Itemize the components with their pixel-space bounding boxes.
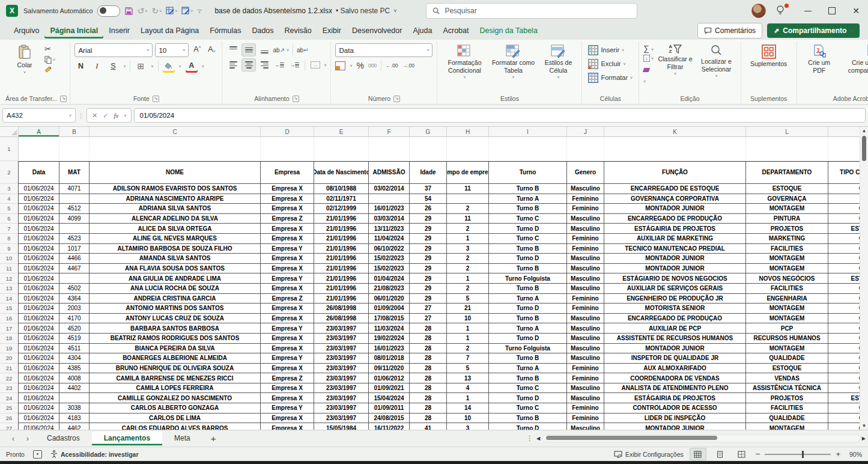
cell-K26[interactable]: LIDER DE INSPEÇÃO	[604, 414, 746, 424]
cell-G10[interactable]: 29	[410, 254, 447, 264]
cell-A1[interactable]	[19, 137, 59, 161]
cell-C16[interactable]: ANTONY LUCAS CRUZ DE SOUZA	[90, 314, 261, 324]
cell-G18[interactable]: 28	[410, 334, 447, 344]
macro-record-icon[interactable]: ⏺	[33, 450, 42, 459]
ribbon-tab-desenvolvedor[interactable]: Desenvolvedor	[347, 23, 407, 38]
font-color-chevron-icon[interactable]: ˅	[202, 64, 204, 69]
cell-K1[interactable]	[604, 137, 746, 161]
table-header-B[interactable]: MAT	[59, 161, 90, 184]
cut-icon[interactable]: ✂	[44, 44, 55, 53]
cell-J20[interactable]: Masculino	[567, 353, 604, 364]
cell-C8[interactable]: ALINE GIL NEVES MARQUES	[90, 234, 261, 244]
redo-chevron-icon[interactable]: ˅	[159, 9, 162, 13]
cell-E6[interactable]: 21/01/1996	[314, 214, 369, 224]
next-sheet-icon[interactable]: ›	[20, 435, 35, 443]
cell-I13[interactable]: Turno B	[489, 284, 567, 294]
underline-chevron-icon[interactable]: ˅	[123, 64, 126, 69]
column-header-E[interactable]: E	[314, 127, 369, 137]
cell-K17[interactable]: AUXILIAR DE PCP	[604, 323, 746, 334]
column-header-K[interactable]: K	[604, 127, 746, 137]
table-header-G[interactable]: Idade	[410, 161, 447, 184]
cell-I12[interactable]: Turno Folguista	[489, 273, 567, 284]
table-edit-chevron-icon[interactable]: ˅	[175, 9, 177, 13]
align-left-icon[interactable]	[226, 59, 240, 71]
cell-E3[interactable]: 08/10/1988	[314, 184, 369, 194]
cell-B22[interactable]: 4008	[59, 373, 90, 383]
cell-L16[interactable]: MONTAGEM	[746, 314, 828, 324]
cell-I27[interactable]: Turno D	[489, 423, 567, 430]
ribbon-tab-arquivo[interactable]: Arquivo	[8, 23, 44, 38]
cell-B8[interactable]: 4523	[59, 234, 90, 244]
find-select-button[interactable]: Localizar e Selecionar ˅	[696, 43, 736, 81]
scroll-right-icon[interactable]: ▶	[862, 436, 866, 441]
cell-A10[interactable]: 01/06/2024	[18, 254, 59, 264]
increase-decimal-icon[interactable]: ←.00	[386, 63, 398, 69]
cell-B9[interactable]: 1017	[59, 244, 90, 254]
cell-H22[interactable]: 13	[447, 373, 489, 383]
alignment-dialog-launcher-icon[interactable]: ↘	[293, 96, 299, 102]
cell-F15[interactable]: 01/09/2004	[369, 304, 410, 314]
ribbon-tab-layout-da-página[interactable]: Layout da Página	[135, 23, 204, 38]
row-header-5[interactable]: 5	[0, 204, 19, 214]
cell-E21[interactable]: 23/03/1997	[314, 364, 369, 374]
cell-C10[interactable]: AMANDA SILVA SANTOS	[90, 254, 261, 264]
cell-B24[interactable]	[59, 393, 90, 403]
cell-M9[interactable]: CLT	[828, 244, 860, 254]
clipboard-dialog-launcher-icon[interactable]: ↘	[60, 96, 67, 102]
cell-E14[interactable]: 21/01/1996	[314, 294, 369, 304]
cell-L21[interactable]: ESTOQUE	[746, 364, 828, 374]
cell-I26[interactable]: Turno B	[489, 414, 567, 424]
cell-L3[interactable]: ESTOQUE	[746, 184, 828, 194]
cell-E27[interactable]: 15/05/1984	[314, 423, 369, 430]
cell-G15[interactable]: 27	[410, 304, 447, 314]
borders-icon[interactable]: ⊞	[135, 60, 147, 72]
cell-F12[interactable]: 01/04/2024	[369, 273, 410, 284]
row-header-15[interactable]: 15	[0, 304, 19, 314]
cell-K21[interactable]: AUX ALMOXARIFADO	[604, 364, 746, 374]
insert-function-icon[interactable]: fx	[114, 112, 118, 119]
cell-H27[interactable]: 3	[447, 423, 489, 430]
cell-L10[interactable]: MONTAGEM	[746, 254, 828, 264]
cell-E11[interactable]: 21/01/1996	[314, 264, 369, 274]
cell-H20[interactable]: 7	[447, 353, 489, 364]
cell-D16[interactable]: Empresa X	[261, 314, 314, 324]
cell-F16[interactable]: 17/08/2015	[369, 314, 410, 324]
cell-F11[interactable]: 15/02/2023	[369, 264, 410, 274]
cell-L9[interactable]: FACILITIES	[746, 244, 828, 254]
cell-B25[interactable]: 3038	[59, 403, 90, 414]
cell-E18[interactable]: 23/03/1997	[314, 334, 369, 344]
cell-H13[interactable]: 2	[447, 284, 489, 294]
format-cells-button[interactable]: Formatar˅	[586, 71, 634, 84]
zoom-in-icon[interactable]: +	[836, 450, 840, 459]
cell-I23[interactable]: Turno C	[489, 383, 567, 394]
cell-E24[interactable]: 23/03/1997	[314, 393, 369, 403]
cell-L26[interactable]: QUALIDADE	[746, 414, 828, 424]
cell-J22[interactable]: Feminino	[567, 373, 604, 383]
cell-E16[interactable]: 26/08/1998	[314, 314, 369, 324]
cell-E15[interactable]: 26/08/1998	[314, 304, 369, 314]
row-header-19[interactable]: 19	[0, 344, 19, 354]
name-box[interactable]: A432 ˅	[2, 108, 76, 123]
cell-E19[interactable]: 23/03/1997	[314, 344, 369, 354]
cell-M25[interactable]: CLT	[828, 403, 860, 414]
cell-A13[interactable]: 01/06/2024	[18, 284, 59, 294]
paste-button[interactable]: Colar ˅	[7, 43, 43, 76]
cell-K15[interactable]: MOTORISTA SENIOR	[604, 304, 746, 314]
sort-filter-button[interactable]: AZ Classificar e Filtrar ˅	[656, 43, 695, 78]
cell-K18[interactable]: ASSISTENTE DE RECURSOS HUMANOS	[604, 334, 746, 344]
create-pdf-share-button[interactable]: Crie um PDF e compartilhe o link	[839, 43, 868, 75]
cell-K19[interactable]: MONTADOR JUNIOR	[604, 344, 746, 354]
cell-D1[interactable]	[261, 137, 314, 161]
tab-scroll-splitter[interactable]: ⋮	[526, 435, 533, 442]
zoom-level[interactable]: 90%	[845, 451, 862, 458]
cell-K23[interactable]: ANALISTA DE ATENDIMENTO PLENO	[604, 383, 746, 394]
save-icon[interactable]	[124, 7, 133, 16]
cell-D21[interactable]: Empresa X	[261, 364, 314, 374]
conditional-formatting-button[interactable]: Formatação Condicional ˅	[442, 43, 487, 82]
table-edit-icon[interactable]: ˅	[166, 7, 177, 15]
cell-J5[interactable]: Feminino	[567, 204, 604, 214]
cell-E4[interactable]: 02/11/1971	[314, 194, 369, 204]
cell-J8[interactable]: Feminino	[567, 234, 604, 244]
merge-center-icon[interactable]: ↔	[309, 59, 322, 71]
customize-quick-access-icon[interactable]: —˅	[197, 8, 202, 14]
